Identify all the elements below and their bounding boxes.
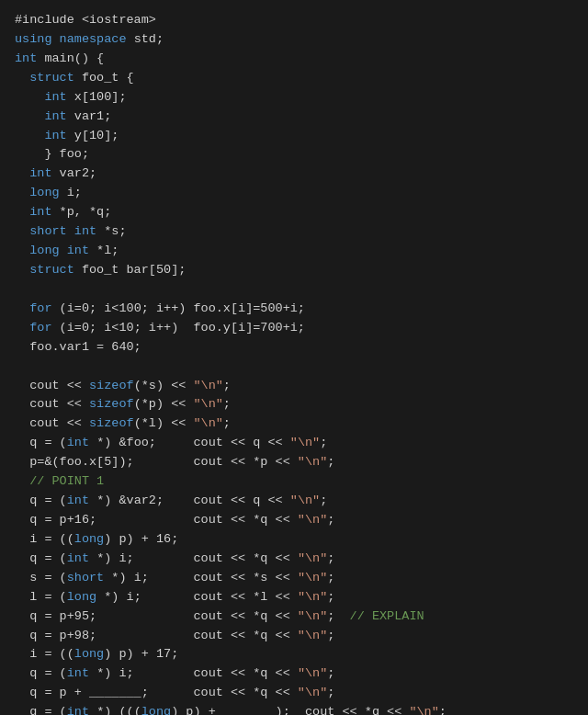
line-19 — [15, 358, 573, 377]
line-26: q = (int *) &var2; cout << q << "\n"; — [15, 492, 573, 511]
line-24: p=&(foo.x[5]); cout << *p << "\n"; — [15, 453, 573, 472]
line-9: int var2; — [15, 165, 573, 184]
line-28: i = ((long) p) + 16; — [15, 530, 573, 550]
line-4: struct foo_t { — [15, 69, 573, 88]
line-30: s = (short *) i; cout << *s << "\n"; — [15, 569, 573, 588]
line-14: struct foo_t bar[50]; — [15, 261, 573, 280]
line-20: cout << sizeof(*s) << "\n"; — [15, 377, 573, 396]
line-32: q = p+95; cout << *q << "\n"; // EXPLAIN — [15, 607, 573, 627]
line-7: int y[10]; — [15, 127, 573, 146]
line-37: q = (int *) (((long) p) + _______); cout… — [15, 703, 573, 715]
line-31: l = (long *) i; cout << *l << "\n"; — [15, 588, 573, 607]
line-33: q = p+98; cout << *q << "\n"; — [15, 627, 573, 646]
line-25: // POINT 1 — [15, 472, 573, 492]
line-13: long int *l; — [15, 242, 573, 261]
line-29: q = (int *) i; cout << *q << "\n"; — [15, 550, 573, 569]
line-36: q = p + _______; cout << *q << "\n"; — [15, 684, 573, 703]
line-27: q = p+16; cout << *q << "\n"; — [15, 511, 573, 530]
line-16: for (i=0; i<100; i++) foo.x[i]=500+i; — [15, 300, 573, 319]
line-11: int *p, *q; — [15, 203, 573, 222]
line-2: using namespace std; — [15, 30, 573, 50]
line-23: q = (int *) &foo; cout << q << "\n"; — [15, 434, 573, 453]
line-22: cout << sizeof(*l) << "\n"; — [15, 414, 573, 434]
line-10: long i; — [15, 184, 573, 203]
line-8: } foo; — [15, 145, 573, 165]
line-1: #include <iostream> — [15, 11, 573, 30]
line-34: i = ((long) p) + 17; — [15, 645, 573, 664]
line-35: q = (int *) i; cout << *q << "\n"; — [15, 664, 573, 684]
line-6: int var1; — [15, 108, 573, 127]
line-17: for (i=0; i<10; i++) foo.y[i]=700+i; — [15, 319, 573, 338]
line-21: cout << sizeof(*p) << "\n"; — [15, 395, 573, 414]
line-18: foo.var1 = 640; — [15, 338, 573, 358]
line-3: int main() { — [15, 50, 573, 69]
code-editor: #include <iostream> using namespace std;… — [0, 0, 588, 715]
line-5: int x[100]; — [15, 88, 573, 108]
line-12: short int *s; — [15, 222, 573, 242]
line-15 — [15, 280, 573, 300]
